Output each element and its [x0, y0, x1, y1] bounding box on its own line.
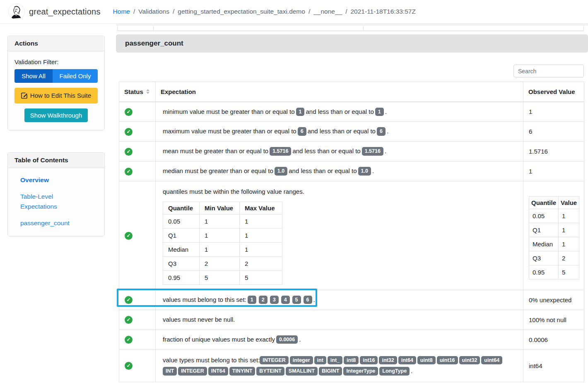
value-badge: BYTEINT: [256, 367, 284, 376]
mini-table-row: Median1: [529, 237, 579, 251]
column-section-title: passenger_count: [125, 39, 183, 48]
value-badge: 1.0: [358, 167, 371, 176]
breadcrumb-separator: /: [308, 8, 310, 15]
table-row-value-types: ✓ value types must belong to this set:IN…: [119, 349, 584, 382]
value-badge: 6: [298, 127, 306, 136]
table-row: ✓ minimum value must be greater than or …: [119, 102, 584, 122]
top-navbar: great_expectations Home / Validations / …: [0, 0, 588, 24]
observed-value: 0.0006: [523, 330, 584, 349]
column-section-header: passenger_count: [116, 34, 588, 53]
quantiles-observed-table: Quantile Value 0.051Q11Median1Q320.955: [529, 196, 579, 279]
brand[interactable]: great_expectations: [8, 3, 101, 20]
value-badge: 3: [270, 296, 279, 304]
mini-table-row: 0.955: [529, 265, 579, 279]
observed-value-column-header: Observed Value: [523, 82, 584, 102]
value-badge: int16: [360, 356, 378, 365]
table-row-quantiles: ✓ quantiles must be within the following…: [119, 181, 584, 290]
table-row: ✓ median must be greater than or equal t…: [119, 161, 584, 181]
success-check-icon: ✓: [125, 296, 133, 304]
value-badge: 6: [377, 127, 386, 136]
mini-table-row: Q322: [163, 256, 282, 270]
mini-table-row: Q11: [529, 223, 579, 237]
actions-panel: Actions Validation Filter: Show All Fail…: [7, 36, 105, 130]
value-badge: 1.0: [275, 167, 287, 176]
expectations-table: Status Expectation Observed Value ✓ mini…: [119, 82, 584, 382]
table-row: ✓ values must never be null. 100% not nu…: [119, 310, 584, 330]
value-badge: LongType: [379, 367, 410, 376]
breadcrumb-item: __none__: [313, 8, 342, 15]
breadcrumb: Home / Validations / getting_started_exp…: [113, 8, 416, 15]
value-badge: 4: [281, 296, 290, 304]
value-badge: 2: [259, 296, 267, 304]
value-badge: INTEGER: [260, 356, 289, 365]
observed-value: 6: [523, 122, 584, 142]
value-badge: int32: [379, 356, 397, 365]
validation-filter-group: Show All Failed Only: [14, 69, 98, 83]
status-column-header[interactable]: Status: [119, 82, 156, 102]
table-header-row: Status Expectation Observed Value: [119, 82, 584, 102]
value-badge: integer: [290, 356, 313, 365]
breadcrumb-separator: /: [133, 8, 135, 15]
success-check-icon: ✓: [125, 232, 133, 240]
show-walkthrough-button[interactable]: Show Walkthrough: [24, 108, 88, 122]
mini-table-row: 0.051: [529, 209, 579, 223]
toc-link-table-level-expectations[interactable]: Table-Level Expectations: [20, 192, 89, 212]
toc-title: Table of Contents: [8, 153, 104, 168]
success-check-icon: ✓: [125, 362, 133, 370]
value-badge: int_: [328, 356, 342, 365]
value-badge: BIGINT: [319, 367, 342, 376]
breadcrumb-item: Validations: [138, 8, 169, 15]
observed-value: 1: [523, 161, 584, 181]
value-badge: uint8: [417, 356, 436, 365]
value-badge: TINYINT: [229, 367, 255, 376]
success-check-icon: ✓: [125, 108, 133, 116]
table-row: ✓ mean must be greater than or equal to1…: [119, 142, 584, 161]
table-of-contents-panel: Table of Contents Overview Table-Level E…: [7, 152, 105, 236]
breadcrumb-item: getting_started_expectation_suite_taxi.d…: [178, 8, 305, 15]
value-badge: 1: [248, 296, 256, 304]
observed-value: 1.5716: [523, 142, 584, 161]
failed-only-button[interactable]: Failed Only: [53, 69, 98, 83]
great-expectations-logo-icon: [8, 3, 25, 20]
value-badge: uint16: [437, 356, 458, 365]
main-content: passenger_count Status Expectation Obser…: [116, 24, 588, 382]
mini-table-row: 0.0511: [163, 214, 282, 228]
value-badge: uint32: [459, 356, 480, 365]
how-to-edit-suite-button[interactable]: How to Edit This Suite: [14, 88, 98, 104]
value-badge: uint64: [481, 356, 502, 365]
search-input[interactable]: [513, 65, 584, 77]
value-badge: 1: [375, 108, 384, 116]
success-check-icon: ✓: [125, 168, 133, 176]
value-badge: 6: [304, 296, 312, 304]
mini-table-row: Q32: [529, 251, 579, 265]
value-badge: IntegerType: [343, 367, 378, 376]
quantiles-range-table: Quantile Min Value Max Value 0.0511Q111M…: [163, 202, 282, 285]
toc-link-overview[interactable]: Overview: [20, 175, 98, 185]
breadcrumb-home-link[interactable]: Home: [113, 8, 130, 15]
breadcrumb-separator: /: [345, 8, 347, 15]
value-badge: int: [314, 356, 326, 365]
mini-table-row: Q111: [163, 228, 282, 242]
how-to-edit-suite-label: How to Edit This Suite: [30, 91, 91, 100]
actions-panel-title: Actions: [8, 36, 104, 51]
mini-table-row: Median11: [163, 242, 282, 256]
success-check-icon: ✓: [125, 148, 133, 156]
table-row-value-set: ✓ values must belong to this set:123456.…: [119, 290, 584, 310]
value-badge: SMALLINT: [286, 367, 318, 376]
observed-value: 100% not null: [523, 310, 584, 330]
value-badge: INTEGER: [178, 367, 207, 376]
validation-filter-label: Validation Filter:: [14, 58, 98, 65]
expectation-column-header: Expectation: [156, 82, 523, 102]
value-badge: 5: [292, 296, 301, 304]
table-row: ✓ maximum value must be greater than or …: [119, 122, 584, 142]
value-badge: int64: [398, 356, 416, 365]
show-all-button[interactable]: Show All: [14, 69, 53, 83]
success-check-icon: ✓: [125, 336, 133, 344]
observed-value: int64: [523, 349, 584, 382]
value-badge: 1.5716: [270, 147, 291, 156]
toc-link-passenger-count[interactable]: passenger_count: [20, 218, 98, 228]
value-badge: 1: [296, 108, 305, 116]
brand-title: great_expectations: [29, 7, 101, 17]
value-badge: INT: [163, 367, 177, 376]
success-check-icon: ✓: [125, 316, 133, 324]
